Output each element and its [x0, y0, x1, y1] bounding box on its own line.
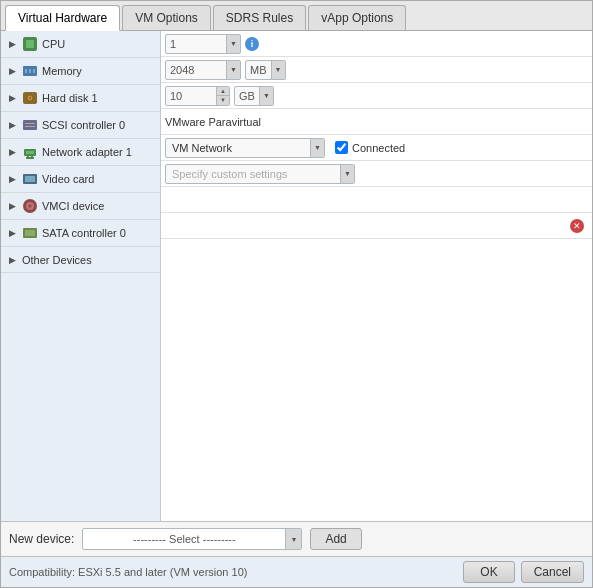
memory-unit-select[interactable]: MB ▼: [245, 60, 286, 80]
new-device-select[interactable]: --------- Select --------- ▼: [82, 528, 302, 550]
tab-virtual-hardware[interactable]: Virtual Hardware: [5, 5, 120, 31]
sidebar-item-cpu[interactable]: ▶ CPU: [1, 31, 160, 58]
scsi-value-group: VMware Paravirtual: [165, 116, 588, 128]
harddisk-spin-up[interactable]: ▲: [217, 87, 229, 97]
network-dropdown[interactable]: VM Network ▼: [165, 138, 325, 158]
scsi-icon: [22, 117, 38, 133]
connected-label-text: Connected: [352, 142, 405, 154]
sata-icon: [22, 225, 38, 241]
device-rows-container: ▼ i ▼ MB ▼: [161, 31, 592, 239]
sidebar-label-cpu: CPU: [42, 38, 65, 50]
network-row: VM Network ▼ Connected: [161, 135, 592, 161]
expand-arrow-sata: ▶: [9, 228, 16, 238]
svg-rect-18: [25, 176, 35, 182]
harddisk-spin-btns: ▲ ▼: [216, 87, 229, 105]
ok-button[interactable]: OK: [463, 561, 514, 583]
expand-arrow-scsi: ▶: [9, 120, 16, 130]
sidebar-item-hard-disk-1[interactable]: ▶ Hard disk 1: [1, 85, 160, 112]
svg-rect-23: [25, 230, 35, 236]
expand-arrow-disk: ▶: [9, 93, 16, 103]
tabs-bar: Virtual Hardware VM Options SDRS Rules v…: [1, 1, 592, 31]
svg-rect-3: [25, 69, 27, 73]
video-icon: [22, 171, 38, 187]
sidebar-item-vmci[interactable]: ▶ VMCI device: [1, 193, 160, 220]
expand-arrow-cpu: ▶: [9, 39, 16, 49]
svg-rect-4: [29, 69, 31, 73]
harddisk-value-group: ▲ ▼ GB ▼: [165, 86, 588, 106]
sata-row: ✕: [161, 213, 592, 239]
action-buttons: OK Cancel: [463, 561, 584, 583]
harddisk-unit-select[interactable]: GB ▼: [234, 86, 274, 106]
memory-input[interactable]: [166, 62, 226, 78]
content-area: ▶ CPU ▶: [1, 31, 592, 521]
sidebar: ▶ CPU ▶: [1, 31, 161, 521]
network-value-label: VM Network: [166, 140, 310, 156]
harddisk-unit-label: GB: [235, 88, 259, 104]
video-dropdown[interactable]: Specify custom settings ▼: [165, 164, 355, 184]
svg-rect-10: [25, 123, 35, 124]
expand-arrow-video: ▶: [9, 174, 16, 184]
svg-rect-9: [23, 120, 37, 130]
sidebar-label-network: Network adapter 1: [42, 146, 132, 158]
scsi-row: VMware Paravirtual: [161, 109, 592, 135]
add-device-button[interactable]: Add: [310, 528, 361, 550]
disk-icon: [22, 90, 38, 106]
new-device-row: New device: --------- Select --------- ▼…: [1, 522, 592, 556]
status-bar: Compatibility: ESXi 5.5 and later (VM ve…: [1, 556, 592, 587]
sidebar-label-video: Video card: [42, 173, 94, 185]
new-device-dropdown-btn[interactable]: ▼: [285, 529, 301, 549]
expand-arrow-memory: ▶: [9, 66, 16, 76]
sidebar-item-memory[interactable]: ▶ Memory: [1, 58, 160, 85]
main-container: Virtual Hardware VM Options SDRS Rules v…: [0, 0, 593, 588]
harddisk-spin-down[interactable]: ▼: [217, 96, 229, 105]
network-value-group: VM Network ▼ Connected: [165, 138, 588, 158]
memory-dropdown-btn[interactable]: ▼: [226, 61, 240, 79]
memory-input-group[interactable]: ▼: [165, 60, 241, 80]
video-value-group: Specify custom settings ▼: [165, 164, 588, 184]
harddisk-unit-btn[interactable]: ▼: [259, 87, 273, 105]
tab-sdrs-rules[interactable]: SDRS Rules: [213, 5, 306, 30]
cpu-input-group[interactable]: ▼: [165, 34, 241, 54]
svg-rect-11: [25, 126, 35, 127]
video-dropdown-btn[interactable]: ▼: [340, 165, 354, 183]
video-placeholder: Specify custom settings: [166, 166, 340, 182]
sidebar-item-video[interactable]: ▶ Video card: [1, 166, 160, 193]
expand-arrow-network: ▶: [9, 147, 16, 157]
memory-icon: [22, 63, 38, 79]
memory-unit-label: MB: [246, 62, 271, 78]
sidebar-label-disk: Hard disk 1: [42, 92, 98, 104]
network-dropdown-btn[interactable]: ▼: [310, 139, 324, 157]
sidebar-item-sata[interactable]: ▶ SATA controller 0: [1, 220, 160, 247]
video-row: Specify custom settings ▼: [161, 161, 592, 187]
memory-unit-btn[interactable]: ▼: [271, 61, 285, 79]
svg-point-8: [29, 97, 31, 99]
harddisk-input[interactable]: [166, 88, 216, 104]
expand-arrow-vmci: ▶: [9, 201, 16, 211]
new-device-label: New device:: [9, 532, 74, 546]
tab-vapp-options[interactable]: vApp Options: [308, 5, 406, 30]
cpu-dropdown-btn[interactable]: ▼: [226, 35, 240, 53]
cpu-input[interactable]: [166, 36, 226, 52]
sidebar-label-scsi: SCSI controller 0: [42, 119, 125, 131]
harddisk-spinbox[interactable]: ▲ ▼: [165, 86, 230, 106]
svg-point-21: [29, 205, 32, 208]
cancel-button[interactable]: Cancel: [521, 561, 584, 583]
connected-checkbox-label: Connected: [335, 141, 405, 154]
memory-value-group: ▼ MB ▼: [165, 60, 588, 80]
sata-remove-btn[interactable]: ✕: [570, 219, 584, 233]
sidebar-item-other-devices[interactable]: ▶ Other Devices: [1, 247, 160, 273]
right-panel: ▼ i ▼ MB ▼: [161, 31, 592, 521]
memory-row: ▼ MB ▼: [161, 57, 592, 83]
connected-checkbox[interactable]: [335, 141, 348, 154]
cpu-icon: [22, 36, 38, 52]
bottom-area: New device: --------- Select --------- ▼…: [1, 521, 592, 587]
cpu-info-icon[interactable]: i: [245, 37, 259, 51]
tab-vm-options[interactable]: VM Options: [122, 5, 211, 30]
sidebar-label-other: Other Devices: [22, 254, 92, 266]
svg-rect-13: [26, 151, 34, 154]
sidebar-item-scsi[interactable]: ▶ SCSI controller 0: [1, 112, 160, 139]
sidebar-item-network[interactable]: ▶ Network adapter 1: [1, 139, 160, 166]
vmci-icon: [22, 198, 38, 214]
svg-rect-1: [26, 40, 34, 48]
vmci-row: [161, 187, 592, 213]
